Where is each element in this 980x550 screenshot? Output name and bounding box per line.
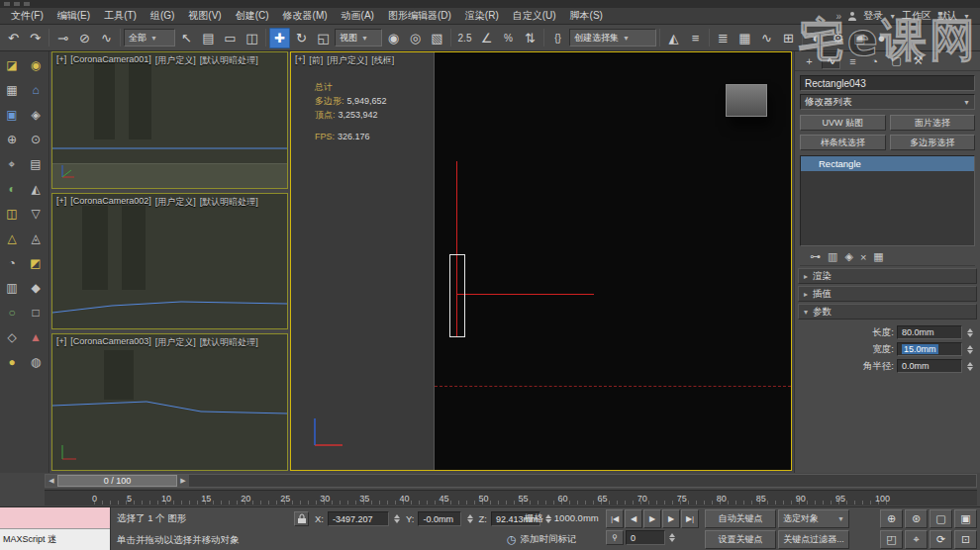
left-toolbar-icon-2[interactable]: ◉ (25, 54, 47, 76)
rollout-rendering[interactable]: ▸ 渲染 (798, 268, 977, 284)
rollout-parameters[interactable]: ▾ 参数 (798, 304, 977, 320)
modifier-button-spline-select[interactable]: 样条线选择 (800, 135, 886, 150)
menu-item-graph-editors[interactable]: 图形编辑器(D) (381, 8, 458, 24)
key-filters-button[interactable]: 关键点过滤器... (778, 530, 849, 549)
track-bar-ruler[interactable]: 05 1015 2025 3035 4045 5055 6065 7075 80… (45, 490, 977, 505)
time-slider-track[interactable]: ◀ 0 / 100 ▶ (45, 474, 977, 488)
configure-modifier-sets-icon[interactable]: ▦ (873, 250, 883, 263)
viewport-label[interactable]: [+] [CoronaCamera001] [用户定义] [默认明暗处理] (56, 54, 258, 67)
tab-utilities[interactable]: ⚒ (909, 52, 928, 69)
select-object-icon[interactable]: ↖ (176, 28, 197, 48)
quick-access-icon[interactable] (4, 2, 10, 6)
object-name-field[interactable]: Rectangle043 (800, 75, 975, 91)
viewport-user-label[interactable]: [用户定义] (155, 336, 196, 349)
unlink-selection-icon[interactable]: ⊘ (74, 28, 95, 48)
workspace-select[interactable]: 默认 (937, 9, 957, 23)
zoom-all-icon[interactable]: ⊛ (905, 509, 928, 528)
show-end-result-icon[interactable]: ▥ (828, 250, 837, 263)
viewport-camera003[interactable]: [+] [CoronaCamera003] [用户定义] [默认明暗处理] (51, 333, 288, 471)
selected-objects-dropdown[interactable]: 选定对象 ▼ (778, 509, 849, 528)
next-frame-button[interactable]: ▶ (662, 509, 680, 528)
left-toolbar-icon-23[interactable]: ◇ (1, 326, 23, 348)
length-field[interactable]: 80.0mm (897, 325, 962, 339)
left-toolbar-icon-20[interactable]: ◆ (25, 277, 47, 299)
maxscript-mini-listener[interactable]: MAXScript 迷 (0, 507, 111, 550)
left-toolbar-icon-12[interactable]: ◭ (25, 178, 47, 200)
left-toolbar-icon-21[interactable]: ○ (1, 302, 23, 323)
auto-key-button[interactable]: 自动关键点 (705, 509, 776, 528)
left-toolbar-icon-19[interactable]: ▥ (1, 277, 23, 299)
ribbon-toggle-icon[interactable]: ▦ (735, 28, 755, 48)
render-production-icon[interactable]: ● (871, 28, 892, 48)
zoom-extents-all-icon[interactable]: ▣ (954, 509, 977, 528)
corner-radius-spinner[interactable] (965, 362, 974, 371)
viewport-menu-plus[interactable]: [+] (56, 196, 66, 209)
left-toolbar-icon-7[interactable]: ⊕ (1, 129, 23, 150)
left-toolbar-icon-14[interactable]: ▽ (25, 203, 47, 225)
reference-coordinate-dropdown[interactable]: 视图 ▼ (335, 29, 382, 46)
modifier-button-patch-select[interactable]: 面片选择 (890, 115, 976, 131)
y-spinner[interactable] (465, 514, 474, 523)
zoom-region-icon[interactable]: ◰ (880, 530, 903, 549)
left-toolbar-icon-15[interactable]: △ (1, 228, 23, 249)
undo-icon[interactable]: ↶ (3, 28, 24, 48)
viewport-label[interactable]: [+] [CoronaCamera003] [用户定义] [默认明暗处理] (56, 336, 258, 349)
make-unique-icon[interactable]: ◈ (844, 250, 852, 263)
left-toolbar-icon-25[interactable]: ● (1, 351, 23, 373)
snaps-toggle[interactable]: 2.5 (454, 28, 475, 48)
menu-item-modifiers[interactable]: 修改器(M) (276, 8, 335, 24)
quick-access-icon[interactable] (14, 2, 20, 6)
next-frame-arrow-icon[interactable]: ▶ (177, 475, 189, 487)
left-toolbar-icon-16[interactable]: ◬ (25, 228, 47, 249)
select-and-link-icon[interactable]: ⊸ (52, 28, 73, 48)
rectangular-selection-region-icon[interactable]: ▭ (220, 28, 241, 48)
keyboard-shortcut-override-icon[interactable]: ▧ (427, 28, 447, 48)
edit-named-selection-sets-icon[interactable]: {} (547, 28, 568, 48)
selection-filter-dropdown[interactable]: 全部 ▼ (124, 29, 175, 46)
orbit-icon[interactable]: ⟳ (930, 530, 952, 549)
rendered-frame-window-icon[interactable]: ▣ (849, 28, 870, 48)
modifier-stack[interactable]: Rectangle (800, 155, 975, 246)
left-toolbar-icon-11[interactable]: ◐ (1, 178, 23, 200)
left-toolbar-icon-13[interactable]: ◫ (1, 203, 23, 225)
left-toolbar-icon-18[interactable]: ◩ (25, 252, 47, 274)
viewport-front-main[interactable]: [+] [前] [用户定义] [线框] 总计 多边形:5,949,652 顶点:… (290, 51, 792, 471)
macro-recorder-line[interactable] (0, 507, 110, 529)
viewport-menu-plus[interactable]: [+] (56, 336, 66, 349)
menu-item-scripting[interactable]: 脚本(S) (563, 8, 610, 24)
selection-lock-toggle[interactable] (294, 511, 309, 526)
layer-manager-icon[interactable]: ≣ (713, 28, 734, 48)
window-crossing-icon[interactable]: ◫ (242, 28, 262, 48)
viewport-pov-label[interactable]: [前] (309, 54, 323, 67)
length-spinner[interactable] (965, 328, 974, 337)
modifier-button-uvw-map[interactable]: UVW 贴图 (800, 115, 886, 131)
select-and-manipulate-icon[interactable]: ◎ (405, 28, 426, 48)
modifier-button-poly-select[interactable]: 多边形选择 (890, 135, 976, 150)
workspace-dropdown-arrow-icon[interactable]: ▼ (963, 13, 970, 20)
viewport-label[interactable]: [+] [前] [用户定义] [线框] (295, 54, 394, 67)
zoom-extents-icon[interactable]: ▢ (930, 509, 952, 528)
tab-display[interactable]: ▢ (887, 52, 906, 69)
rollout-interpolation[interactable]: ▸ 插值 (798, 286, 977, 302)
left-toolbar-icon-24[interactable]: ▲ (25, 326, 47, 348)
menu-item-animation[interactable]: 动画(A) (335, 8, 381, 24)
viewport-camera001[interactable]: [+] [CoronaCamera001] [用户定义] [默认明暗处理] (51, 51, 288, 189)
zoom-icon[interactable]: ⊕ (880, 509, 903, 528)
width-field[interactable]: 15.0mm (897, 342, 962, 356)
viewport-shading-label[interactable]: [线框] (371, 54, 394, 67)
menu-item-customize[interactable]: 自定义(U) (506, 8, 563, 24)
menu-item-tools[interactable]: 工具(T) (97, 8, 144, 24)
viewport-user-label[interactable]: [用户定义] (327, 54, 367, 67)
x-coordinate-field[interactable]: -3497.207 (328, 511, 389, 526)
select-and-rotate-icon[interactable]: ↻ (291, 28, 312, 48)
viewport-label[interactable]: [+] [CoronaCamera002] [用户定义] [默认明暗处理] (56, 196, 258, 209)
viewport-camera002[interactable]: [+] [CoronaCamera002] [用户定义] [默认明暗处理] (51, 193, 288, 330)
select-by-name-icon[interactable]: ▤ (198, 28, 219, 48)
x-spinner[interactable] (393, 514, 402, 523)
left-toolbar-icon-1[interactable]: ◪ (1, 54, 23, 76)
y-coordinate-field[interactable]: -0.0mm (418, 511, 461, 526)
menu-item-edit[interactable]: 编辑(E) (50, 8, 97, 24)
pin-stack-icon[interactable]: ⊶ (810, 250, 821, 263)
viewport-menu-plus[interactable]: [+] (295, 54, 305, 67)
previous-frame-arrow-icon[interactable]: ◀ (46, 475, 57, 487)
